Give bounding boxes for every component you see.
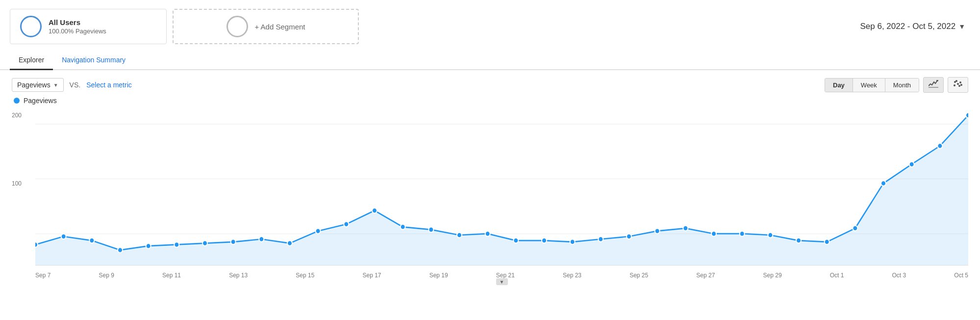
week-view-button[interactable]: Week [853,79,885,92]
x-label-sep11: Sep 11 [162,272,181,279]
svg-point-42 [881,181,886,186]
x-label-sep15: Sep 15 [296,272,314,279]
x-label-sep25: Sep 25 [629,272,648,279]
chart-container: Pageviews 200 100 [0,97,980,290]
y-label-100: 100 [12,181,22,187]
x-label-sep21: Sep 21 [496,272,515,279]
svg-point-14 [89,238,94,243]
all-users-segment[interactable]: All Users 100.00% Pageviews [10,9,167,44]
line-chart-icon [929,80,938,88]
svg-point-41 [853,226,857,231]
svg-point-24 [372,208,377,213]
time-view-btn-group: Day Week Month [825,78,919,92]
toolbar-row: Pageviews ▼ VS. Select a metric Day Week… [0,70,980,97]
svg-point-17 [174,242,179,247]
svg-point-4 [955,80,957,82]
metric-dropdown[interactable]: Pageviews ▼ [12,78,64,92]
metric-caret-icon: ▼ [53,82,58,88]
select-metric-link[interactable]: Select a metric [86,81,132,89]
svg-point-27 [457,233,462,238]
svg-point-23 [344,221,349,227]
y-label-200: 200 [12,112,22,118]
all-users-label: All Users [49,18,106,27]
svg-point-32 [598,237,603,242]
svg-point-36 [711,231,716,237]
scatter-chart-icon [953,80,963,88]
svg-point-37 [740,231,745,237]
svg-point-28 [485,231,490,237]
svg-point-20 [259,237,264,242]
metric-selector: Pageviews ▼ VS. Select a metric [12,78,132,92]
svg-point-7 [954,84,955,86]
vs-label: VS. [70,81,81,89]
x-label-sep23: Sep 23 [563,272,581,279]
add-segment-circle-icon [226,16,248,37]
tab-explorer[interactable]: Explorer [10,51,53,70]
svg-point-3 [957,83,959,85]
chart-inner [35,108,968,266]
page-container: All Users 100.00% Pageviews + Add Segmen… [0,0,980,290]
day-view-button[interactable]: Day [825,79,853,92]
svg-point-16 [146,243,151,249]
x-label-sep27: Sep 27 [696,272,715,279]
date-range-selector[interactable]: Sep 6, 2022 - Oct 5, 2022 ▼ [860,22,965,31]
x-label-sep17: Sep 17 [362,272,381,279]
svg-point-19 [231,240,236,245]
x-label-sep19: Sep 19 [429,272,448,279]
tabs-row: Explorer Navigation Summary [0,51,980,70]
x-label-oct1: Oct 1 [830,272,844,279]
legend-label: Pageviews [24,97,57,105]
svg-point-21 [287,240,292,246]
svg-point-30 [542,238,547,243]
legend-row: Pageviews [12,97,968,105]
add-segment-box[interactable]: + Add Segment [173,9,359,44]
segments-area: All Users 100.00% Pageviews + Add Segmen… [10,9,359,44]
x-label-oct5: Oct 5 [954,272,968,279]
date-range-arrow: ▼ [958,23,965,30]
svg-point-15 [118,247,123,253]
chart-area: 200 100 S [12,108,968,285]
month-view-button[interactable]: Month [885,79,919,92]
svg-point-35 [683,226,688,231]
svg-point-8 [958,85,960,87]
all-users-sub: 100.00% Pageviews [49,27,106,35]
svg-point-33 [627,234,631,239]
svg-point-5 [959,81,961,83]
svg-point-29 [513,238,518,243]
scroll-down-arrow[interactable]: ▼ [496,278,508,285]
x-label-sep13: Sep 13 [229,272,248,279]
x-label-sep9: Sep 9 [99,272,114,279]
legend-dot [14,98,20,104]
line-chart-button[interactable] [923,77,944,93]
svg-point-26 [428,227,433,233]
add-segment-label: + Add Segment [255,23,305,31]
svg-point-31 [570,240,575,245]
svg-point-43 [909,161,914,167]
svg-point-13 [61,234,66,239]
all-users-info: All Users 100.00% Pageviews [49,18,106,35]
metric-label: Pageviews [17,81,50,89]
svg-point-45 [966,113,968,118]
x-label-sep7: Sep 7 [35,272,50,279]
svg-point-44 [937,143,942,149]
top-bar: All Users 100.00% Pageviews + Add Segmen… [0,0,980,51]
svg-point-12 [35,242,38,247]
scatter-chart-button[interactable] [948,77,968,93]
svg-point-38 [768,233,773,238]
svg-point-40 [825,240,829,245]
x-label-oct3: Oct 3 [892,272,906,279]
svg-point-22 [316,228,321,234]
chart-svg [35,108,968,265]
tab-navigation-summary[interactable]: Navigation Summary [53,51,134,70]
svg-point-18 [202,240,207,246]
view-controls: Day Week Month [825,77,968,93]
y-axis-labels: 200 100 [12,108,31,266]
x-label-sep29: Sep 29 [763,272,782,279]
all-users-circle-icon [20,16,42,37]
svg-point-34 [655,228,660,234]
svg-point-25 [401,224,405,230]
date-range-text: Sep 6, 2022 - Oct 5, 2022 [860,22,955,31]
svg-point-6 [960,84,962,86]
svg-point-39 [796,238,801,243]
